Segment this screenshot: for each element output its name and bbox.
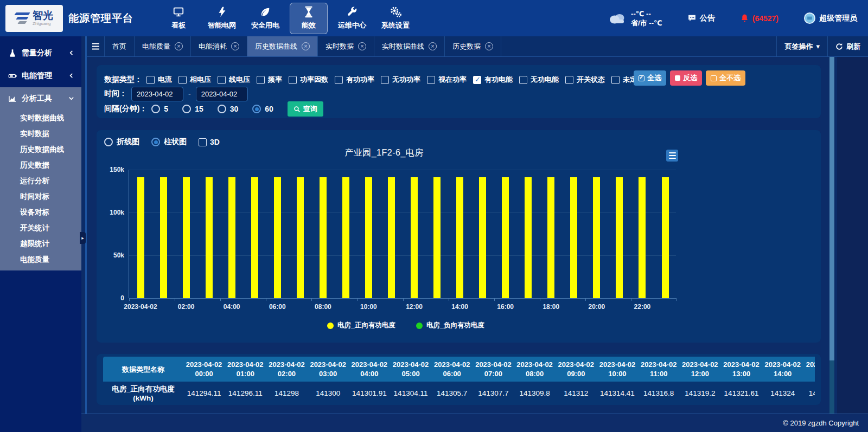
- interval-radio-15[interactable]: 15: [182, 105, 203, 113]
- time-to-input[interactable]: [196, 87, 248, 101]
- type-checkbox-0[interactable]: 电流: [146, 75, 172, 85]
- bar-06:00[interactable]: [274, 177, 281, 298]
- sidebar-item-realtime-data[interactable]: 实时数据: [0, 126, 81, 141]
- tab-home[interactable]: 首页: [105, 36, 135, 56]
- legend-item[interactable]: 电房_负向有功电度: [416, 321, 484, 330]
- sidebar-item-run-analysis[interactable]: 运行分析: [0, 173, 81, 189]
- bar-18:00[interactable]: [547, 177, 554, 298]
- type-checkbox-10[interactable]: 开关状态: [565, 75, 605, 85]
- bar-02:00[interactable]: [183, 177, 190, 298]
- line-chart-radio[interactable]: 折线图: [104, 137, 139, 147]
- user-menu[interactable]: 超级管理员: [803, 12, 857, 24]
- type-checkbox-9[interactable]: 无功电能: [519, 75, 559, 85]
- legend-item[interactable]: 电房_正向有功电度: [327, 321, 395, 330]
- sidebar-item-switch-stats[interactable]: 开关统计: [0, 220, 81, 236]
- tab-history-curve[interactable]: 历史数据曲线 ×: [247, 36, 318, 56]
- nav-item-dashboard[interactable]: 看板: [159, 3, 197, 34]
- scrollbar-thumb[interactable]: [829, 57, 834, 360]
- sidebar-group-analysis-tools[interactable]: 分析工具: [0, 87, 81, 110]
- vertical-scrollbar[interactable]: [829, 57, 834, 414]
- nav-item-energy-efficiency[interactable]: 能效: [290, 3, 328, 34]
- tab-history-data[interactable]: 历史数据 ×: [445, 36, 501, 56]
- sidebar-item-history-data[interactable]: 历史数据: [0, 157, 81, 173]
- bar-04:00[interactable]: [228, 177, 235, 298]
- bar-12:00[interactable]: [411, 177, 418, 298]
- interval-radio-5[interactable]: 5: [151, 105, 168, 113]
- type-checkbox-2[interactable]: 线电压: [218, 75, 250, 85]
- bar-20:00[interactable]: [593, 177, 600, 298]
- table-cell: 141298: [266, 382, 307, 405]
- bar-15:00[interactable]: [479, 177, 486, 298]
- notice-button[interactable]: 公告: [687, 14, 715, 23]
- sidebar-group-energy-mgmt[interactable]: 电能管理: [0, 65, 81, 87]
- chart-panel: 折线图 柱状图 3D 产业园_1F2-6_电房 050k100k150k2023…: [97, 130, 821, 343]
- tab-realtime-curve[interactable]: 实时数据曲线 ×: [374, 36, 445, 56]
- bar-chart-radio[interactable]: 柱状图: [151, 137, 187, 147]
- time-from-input[interactable]: [131, 87, 183, 101]
- nav-item-ops-center[interactable]: 运维中心: [333, 3, 371, 34]
- sidebar-item-power-quality[interactable]: 电能质量: [0, 252, 81, 267]
- radio-label: 柱状图: [164, 137, 187, 147]
- bar-13:00[interactable]: [433, 177, 441, 298]
- bar-00:00[interactable]: [137, 177, 144, 298]
- bar-11:00[interactable]: [388, 177, 395, 298]
- close-icon[interactable]: ×: [302, 42, 310, 50]
- nav-item-smart-grid[interactable]: 智能电网: [203, 3, 241, 34]
- close-icon[interactable]: ×: [485, 42, 493, 50]
- bar-16:00[interactable]: [502, 177, 509, 298]
- type-checkbox-7[interactable]: 视在功率: [427, 75, 467, 85]
- tab-energy-consumption[interactable]: 电能消耗 ×: [191, 36, 247, 56]
- bar-21:00[interactable]: [616, 177, 623, 298]
- tab-menu-button[interactable]: [87, 36, 105, 56]
- sidebar-item-realtime-curve[interactable]: 实时数据曲线: [0, 110, 81, 126]
- alarm-button[interactable]: (64527): [740, 14, 778, 23]
- interval-radio-30[interactable]: 30: [218, 105, 239, 113]
- bar-22:00[interactable]: [639, 177, 646, 298]
- nav-item-safe-power[interactable]: 安全用电: [246, 3, 284, 34]
- close-icon[interactable]: ×: [231, 42, 239, 50]
- nav-item-system-settings[interactable]: 系统设置: [376, 3, 414, 34]
- sidebar-group-demand-analysis[interactable]: 需量分析: [0, 42, 81, 65]
- bar-19:00[interactable]: [570, 177, 577, 298]
- invert-button[interactable]: 反选: [670, 70, 702, 86]
- bar-07:00[interactable]: [297, 177, 304, 298]
- type-checkbox-5[interactable]: 有功功率: [335, 75, 374, 85]
- radio-label: 5: [164, 105, 168, 113]
- type-checkbox-3[interactable]: 频率: [257, 75, 282, 85]
- tab-ops-dropdown[interactable]: 页签操作 ▾: [776, 36, 827, 56]
- bar-05:00[interactable]: [251, 177, 258, 298]
- type-checkbox-6[interactable]: 无功功率: [381, 75, 420, 85]
- bar-01:00[interactable]: [160, 177, 167, 298]
- x-axis-label: 06:00: [269, 303, 286, 311]
- bar-10:00[interactable]: [365, 177, 372, 298]
- select-all-button[interactable]: 全选: [634, 70, 666, 86]
- type-checkbox-4[interactable]: 功率因数: [289, 75, 328, 85]
- sidebar-item-overlimit-stats[interactable]: 越限统计: [0, 236, 81, 252]
- tab-power-quality[interactable]: 电能质量 ×: [135, 36, 191, 56]
- bar-03:00[interactable]: [206, 177, 213, 298]
- select-none-button[interactable]: 全不选: [706, 70, 745, 86]
- chart-menu-icon[interactable]: [666, 150, 678, 162]
- query-button[interactable]: 查询: [288, 101, 323, 117]
- x-axis-tick: [585, 298, 586, 301]
- interval-radio-60[interactable]: 60: [252, 105, 273, 113]
- bar-09:00[interactable]: [342, 177, 349, 298]
- refresh-button[interactable]: 刷新: [827, 36, 868, 56]
- type-checkbox-1[interactable]: 相电压: [178, 75, 211, 85]
- sidebar-item-device-benchmark[interactable]: 设备对标: [0, 204, 81, 220]
- bar-17:00[interactable]: [525, 177, 532, 298]
- sidebar-item-history-curve[interactable]: 历史数据曲线: [0, 141, 81, 157]
- sidebar-collapse-handle[interactable]: ▸: [80, 232, 86, 244]
- checkbox-label: 频率: [268, 75, 282, 85]
- sidebar-item-time-benchmark[interactable]: 时间对标: [0, 189, 81, 204]
- table-header-time: 2023-04-0213:00: [720, 357, 762, 382]
- close-icon[interactable]: ×: [358, 42, 366, 50]
- 3d-checkbox[interactable]: 3D: [199, 138, 220, 146]
- bar-23:00[interactable]: [662, 177, 669, 298]
- type-checkbox-8[interactable]: 有功电能: [473, 75, 513, 85]
- tab-realtime-data[interactable]: 实时数据 ×: [318, 36, 374, 56]
- bar-08:00[interactable]: [320, 177, 327, 298]
- bar-14:00[interactable]: [456, 177, 463, 298]
- close-icon[interactable]: ×: [175, 42, 183, 50]
- close-icon[interactable]: ×: [429, 42, 437, 50]
